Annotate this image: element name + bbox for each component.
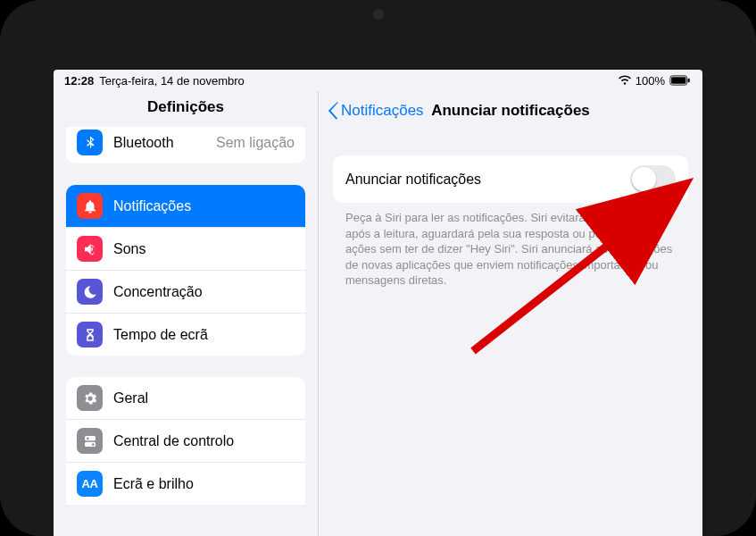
announce-notifications-toggle[interactable] bbox=[630, 165, 676, 193]
detail-title: Anunciar notificações bbox=[431, 102, 590, 120]
sidebar-item-focus[interactable]: Concentração bbox=[66, 271, 305, 314]
screen: 12:28 Terça-feira, 14 de novembro 100% bbox=[54, 70, 702, 536]
general-label: Geral bbox=[113, 390, 295, 406]
bluetooth-label: Bluetooth bbox=[113, 135, 205, 151]
sidebar-group-notifications: Notificações Sons bbox=[66, 185, 305, 356]
sidebar-item-screentime[interactable]: Tempo de ecrã bbox=[66, 314, 305, 356]
detail-pane: Notificações Anunciar notificações Anunc… bbox=[319, 91, 702, 536]
announce-notifications-row[interactable]: Anunciar notificações bbox=[333, 155, 688, 203]
status-bar: 12:28 Terça-feira, 14 de novembro 100% bbox=[54, 70, 702, 91]
sidebar-scroll[interactable]: Bluetooth Sem ligação Notificações bbox=[54, 127, 318, 536]
sidebar-group-general: Geral Central de controlo AA Ecrã e bri bbox=[66, 377, 305, 505]
aa-icon: AA bbox=[77, 471, 103, 497]
sidebar-item-control-center[interactable]: Central de controlo bbox=[66, 420, 305, 463]
chevron-left-icon bbox=[328, 102, 339, 120]
split-view: Definições Bluetooth Sem ligação bbox=[54, 91, 702, 536]
gear-icon bbox=[77, 385, 103, 411]
wifi-icon bbox=[618, 75, 632, 86]
screentime-label: Tempo de ecrã bbox=[113, 327, 295, 343]
battery-percentage: 100% bbox=[636, 74, 665, 88]
sidebar-item-general[interactable]: Geral bbox=[66, 377, 305, 420]
status-left: 12:28 Terça-feira, 14 de novembro bbox=[64, 74, 245, 88]
control-center-label: Central de controlo bbox=[113, 433, 295, 449]
device-frame: 12:28 Terça-feira, 14 de novembro 100% bbox=[0, 0, 756, 536]
battery-icon bbox=[669, 75, 692, 86]
back-label: Notificações bbox=[341, 102, 424, 120]
sidebar-title: Definições bbox=[54, 91, 318, 127]
back-button[interactable]: Notificações bbox=[328, 102, 424, 120]
display-label: Ecrã e brilho bbox=[113, 476, 295, 492]
device-bezel: 12:28 Terça-feira, 14 de novembro 100% bbox=[21, 21, 735, 536]
status-date: Terça-feira, 14 de novembro bbox=[99, 74, 245, 88]
status-time: 12:28 bbox=[64, 74, 94, 88]
sidebar-item-display[interactable]: AA Ecrã e brilho bbox=[66, 463, 305, 505]
hourglass-icon bbox=[77, 322, 103, 348]
sidebar: Definições Bluetooth Sem ligação bbox=[54, 91, 319, 536]
moon-icon bbox=[77, 279, 103, 305]
notifications-label: Notificações bbox=[113, 198, 295, 214]
detail-body: Anunciar notificações Peça à Siri para l… bbox=[319, 130, 702, 289]
camera-lens bbox=[372, 8, 385, 21]
sidebar-item-notifications[interactable]: Notificações bbox=[66, 185, 305, 228]
bluetooth-icon bbox=[77, 130, 103, 155]
sidebar-group-connectivity: Bluetooth Sem ligação bbox=[66, 127, 305, 163]
announce-notifications-footer: Peça à Siri para ler as notificações. Si… bbox=[333, 203, 688, 289]
toggle-knob bbox=[632, 167, 656, 191]
sidebar-item-bluetooth[interactable]: Bluetooth Sem ligação bbox=[66, 127, 305, 163]
bluetooth-value: Sem ligação bbox=[216, 135, 295, 151]
sounds-label: Sons bbox=[113, 241, 295, 257]
speaker-icon bbox=[77, 236, 103, 262]
svg-rect-1 bbox=[671, 77, 685, 84]
sliders-icon bbox=[77, 428, 103, 454]
focus-label: Concentração bbox=[113, 284, 295, 300]
announce-notifications-label: Anunciar notificações bbox=[345, 172, 630, 188]
svg-rect-2 bbox=[688, 79, 690, 82]
bell-icon bbox=[77, 193, 103, 219]
detail-header: Notificações Anunciar notificações bbox=[319, 91, 702, 130]
status-right: 100% bbox=[618, 74, 692, 88]
sidebar-item-sounds[interactable]: Sons bbox=[66, 228, 305, 271]
